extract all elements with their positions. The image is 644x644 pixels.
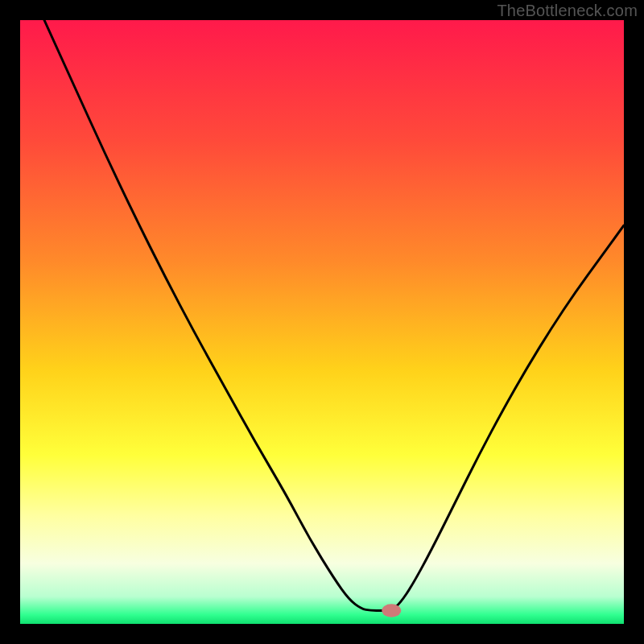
bottleneck-chart <box>20 20 624 624</box>
optimum-marker <box>382 604 401 617</box>
plot-area <box>20 20 624 624</box>
chart-frame: TheBottleneck.com <box>0 0 644 644</box>
watermark-label: TheBottleneck.com <box>497 2 638 20</box>
gradient-background <box>20 20 624 624</box>
